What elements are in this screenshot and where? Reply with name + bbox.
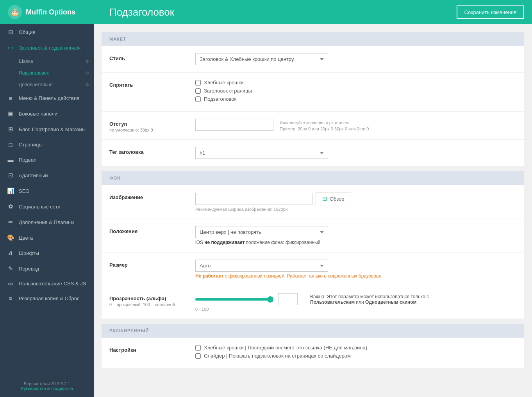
sidebar-item-label: Блог, Портфолио & Магазин — [19, 126, 85, 132]
sidebar-item-menu[interactable]: ≡ Меню & Панель действия — [0, 91, 94, 106]
sidebar-item-label: Перевод — [19, 266, 39, 272]
sidebar-item-seo[interactable]: 📊 SEO — [0, 183, 94, 199]
save-button[interactable]: Сохранить изменения — [457, 5, 525, 19]
control-size: Авто Обложка Содержать Не работает с фик… — [195, 260, 516, 279]
checkbox-adv-slider-input[interactable] — [195, 353, 201, 359]
control-hide: Хлебные крошки Заголовок страницы Подзаг… — [195, 80, 516, 104]
sidebar-item-sidepanels[interactable]: ▣ Боковые панели — [0, 106, 94, 121]
footer-icon: ▬ — [6, 157, 15, 163]
seo-icon: 📊 — [6, 187, 15, 194]
image-row: ⊡ Обзор — [195, 192, 516, 205]
label-size: Размер — [109, 260, 195, 268]
checkbox-breadcrumbs-input[interactable] — [195, 80, 201, 85]
slider-thumb[interactable] — [267, 296, 273, 303]
browse-icon: ⊡ — [322, 195, 327, 202]
slider-track — [195, 298, 273, 301]
sidebar-item-addons[interactable]: ✏ Дополнения & Плагины — [0, 214, 94, 230]
checkbox-subheader-input[interactable] — [195, 96, 201, 102]
checkbox-adv-slider: Слайдер | Показать подзаголовок на стран… — [195, 353, 516, 359]
indent-input[interactable] — [195, 119, 273, 131]
sidebar-item-pages[interactable]: □ Страницы — [0, 137, 94, 152]
sidebar-sub-shapka[interactable]: Шапка ⚙ — [19, 55, 94, 67]
sidebar-item-label: Шрифты — [19, 250, 39, 256]
sidebar-item-cssjs[interactable]: </> Пользовательские CSS & JS — [0, 276, 94, 291]
sidebar-item-label: Боковые панели — [19, 111, 57, 117]
section-background-header: ФОН — [102, 171, 524, 185]
row-position: Положение Центр верх | не повторять Цент… — [102, 219, 524, 253]
sidebar-item-label: Подвал — [19, 157, 36, 163]
sidebar-item-label: Резервная копия & Сброс — [19, 296, 79, 301]
sidebar-item-label: Пользовательские CSS & JS — [19, 281, 86, 287]
sidebar-item-label: Заголовок & подзаголовок — [19, 45, 80, 51]
menu-icon: ≡ — [6, 95, 15, 101]
style-select[interactable]: Заголовок & Хлебные крошки по центру Заг… — [195, 53, 328, 65]
adaptive-icon: ⊡ — [6, 172, 15, 179]
logo-text: Muffin Options — [26, 8, 75, 16]
sidebar-item-adaptive[interactable]: ⊡ Адаптивный — [0, 167, 94, 183]
logo-icon: 🎂 — [8, 5, 22, 19]
sidebar-item-label: SEO — [19, 188, 29, 194]
sidebar-sub-label: Подзаголовок — [19, 70, 49, 76]
label-style: Стиль — [109, 53, 195, 61]
checkbox-adv-breadcrumbs-input[interactable] — [195, 345, 201, 351]
support-link[interactable]: Руководство & поддержка — [21, 386, 73, 391]
sidebar-submenu-header: Шапка ⚙ Подзаголовок ⚙ Дополнительно ⚙ — [0, 55, 94, 91]
checkbox-breadcrumbs: Хлебные крошки — [195, 80, 516, 85]
tag-select[interactable]: h1 h2 h3 — [195, 147, 328, 159]
image-hint: Рекомендуемая ширина изображения: 1920px — [195, 207, 516, 212]
sidebar-item-backup[interactable]: ≡ Резервная копия & Сброс — [0, 291, 94, 306]
sidebar: ⊟ Общие ▭ Заголовок & подзаголовок Шапка… — [0, 24, 94, 397]
sidebar-item-social[interactable]: ✿ Социальные сети — [0, 199, 94, 214]
backup-icon: ≡ — [6, 295, 15, 302]
label-position: Положение — [109, 226, 195, 234]
app-header: 🎂 Muffin Options Подзаголовок Сохранить … — [0, 0, 532, 24]
row-hide: Спрятать Хлебные крошки Заголовок страни… — [102, 73, 524, 112]
sidebar-item-label: Адаптивный — [19, 173, 48, 178]
sidebar-sub-label: Дополнительно — [19, 82, 52, 87]
label-indent: Отступ по умолчанию: 30px 0 — [109, 119, 195, 132]
sidebar-item-fonts[interactable]: A Шрифты — [0, 246, 94, 261]
alpha-value[interactable]: 100 — [278, 293, 298, 305]
sidebar-sub-subheader[interactable]: Подзаголовок ⚙ — [19, 67, 94, 79]
sidebar-item-translate[interactable]: ✎ Перевод — [0, 261, 94, 276]
general-icon: ⊟ — [6, 28, 15, 36]
label-tag: Тег заголовка — [109, 147, 195, 155]
sidebar-item-general[interactable]: ⊟ Общие — [0, 24, 94, 40]
row-tag: Тег заголовка h1 h2 h3 — [102, 140, 524, 166]
sidebar-sub-label: Шапка — [19, 59, 33, 64]
section-maket-header: МАКЕТ — [102, 32, 524, 46]
header-icon: ▭ — [6, 44, 15, 51]
label-settings: Настройки — [109, 345, 195, 353]
row-settings: Настройки Хлебные крошки | Последний эле… — [102, 338, 524, 369]
position-select[interactable]: Центр верх | не повторять Центр | не пов… — [195, 226, 328, 238]
sidebar-item-label: Социальные сети — [19, 204, 61, 210]
checkbox-adv-slider-label: Слайдер | Показать подзаголовок на стран… — [204, 353, 351, 359]
translate-icon: ✎ — [6, 265, 15, 272]
sidebar-item-blog[interactable]: ⊞ Блог, Портфолио & Магазин — [0, 121, 94, 137]
sidebar-item-label: Меню & Панель действия — [19, 95, 79, 101]
checkbox-breadcrumbs-label: Хлебные крошки — [204, 80, 244, 85]
sidebar-sub-dopolnitelno[interactable]: Дополнительно ⚙ — [19, 79, 94, 91]
size-select[interactable]: Авто Обложка Содержать — [195, 260, 328, 272]
sidebar-item-header[interactable]: ▭ Заголовок & подзаголовок — [0, 40, 94, 55]
control-style: Заголовок & Хлебные крошки по центру Заг… — [195, 53, 516, 65]
checkbox-adv-breadcrumbs-label: Хлебные крошки | Последний элемент это с… — [204, 345, 367, 351]
label-image: Изображение — [109, 192, 195, 200]
checkbox-page-title-input[interactable] — [195, 88, 201, 94]
label-hide: Спрятать — [109, 80, 195, 88]
browse-button[interactable]: ⊡ Обзор — [316, 192, 351, 205]
row-style: Стиль Заголовок & Хлебные крошки по цент… — [102, 46, 524, 73]
sidebar-item-colors[interactable]: 🎨 Цвета — [0, 230, 94, 246]
row-image: Изображение ⊡ Обзор Рекомендуемая ширина… — [102, 185, 524, 219]
row-indent: Отступ по умолчанию: 30px 0 Используйте … — [102, 112, 524, 140]
pages-icon: □ — [6, 141, 15, 148]
image-input[interactable] — [195, 193, 312, 205]
control-image: ⊡ Обзор Рекомендуемая ширина изображения… — [195, 192, 516, 212]
alpha-sublabel: 0 = прозрачный, 100 = сплошной — [109, 302, 195, 307]
page-title: Подзаголовок — [109, 6, 457, 18]
size-note: Не работает с фиксированной позицией. Ра… — [195, 273, 516, 279]
sidepanels-icon: ▣ — [6, 110, 15, 117]
checkbox-subheader-label: Подзаголовок — [204, 96, 236, 102]
sidebar-item-footer[interactable]: ▬ Подвал — [0, 152, 94, 167]
slider-container: 100 — [195, 293, 298, 305]
